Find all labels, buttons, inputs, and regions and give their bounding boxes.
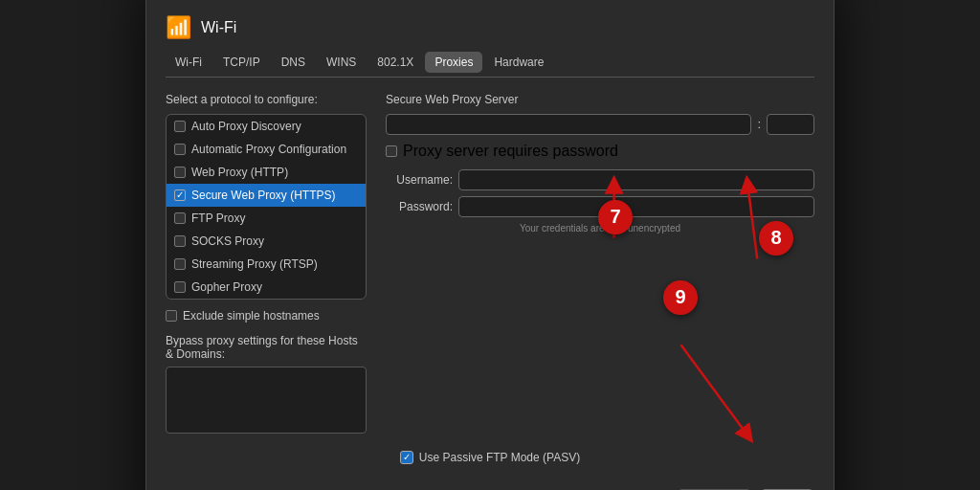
web-proxy-checkbox[interactable] bbox=[174, 167, 186, 178]
protocol-gopher-proxy[interactable]: Gopher Proxy bbox=[167, 276, 366, 299]
gopher-proxy-label: Gopher Proxy bbox=[191, 280, 262, 294]
left-panel: Select a protocol to configure: Auto Pro… bbox=[166, 93, 367, 437]
auto-config-label: Automatic Proxy Configuration bbox=[191, 143, 346, 156]
username-row: Username: bbox=[386, 169, 814, 190]
protocol-web-proxy-http[interactable]: Web Proxy (HTTP) bbox=[167, 161, 366, 184]
auto-config-checkbox[interactable] bbox=[174, 144, 186, 155]
socks-proxy-label: SOCKS Proxy bbox=[191, 234, 264, 248]
tab-wins[interactable]: WINS bbox=[317, 52, 366, 73]
gopher-proxy-checkbox[interactable] bbox=[174, 281, 186, 293]
protocol-secure-web-proxy[interactable]: ✓ Secure Web Proxy (HTTPS) bbox=[167, 184, 366, 207]
passive-ftp-checkmark: ✓ bbox=[403, 452, 411, 462]
footer: ? Cancel OK bbox=[146, 479, 834, 491]
content-area: 📶 Wi-Fi Wi-Fi TCP/IP DNS WINS 802.1X Pro… bbox=[146, 0, 834, 479]
colon-separator: : bbox=[757, 117, 761, 131]
tab-wifi[interactable]: Wi-Fi bbox=[166, 52, 212, 73]
passive-ftp-label: Use Passive FTP Mode (PASV) bbox=[419, 451, 580, 464]
server-host-input[interactable] bbox=[386, 114, 751, 135]
protocol-automatic-proxy-config[interactable]: Automatic Proxy Configuration bbox=[167, 138, 366, 161]
secure-proxy-checkbox[interactable]: ✓ bbox=[174, 189, 186, 201]
protocol-auto-proxy[interactable]: Auto Proxy Discovery bbox=[167, 115, 366, 138]
auto-proxy-checkbox[interactable] bbox=[174, 121, 186, 132]
tab-bar: Wi-Fi TCP/IP DNS WINS 802.1X Proxies Har… bbox=[166, 52, 814, 78]
password-row: Proxy server requires password bbox=[386, 143, 814, 160]
passive-ftp-row: ✓ Use Passive FTP Mode (PASV) bbox=[166, 451, 814, 464]
wifi-header: 📶 Wi-Fi bbox=[166, 15, 814, 40]
web-proxy-label: Web Proxy (HTTP) bbox=[191, 166, 288, 179]
secure-proxy-label: Secure Web Proxy (HTTPS) bbox=[191, 189, 335, 202]
username-input[interactable] bbox=[458, 169, 814, 190]
socks-proxy-checkbox[interactable] bbox=[174, 235, 186, 247]
protocol-ftp-proxy[interactable]: FTP Proxy bbox=[167, 207, 366, 230]
bypass-label: Bypass proxy settings for these Hosts & … bbox=[166, 334, 367, 361]
streaming-proxy-label: Streaming Proxy (RTSP) bbox=[191, 257, 318, 271]
protocol-socks-proxy[interactable]: SOCKS Proxy bbox=[167, 230, 366, 253]
tab-proxies[interactable]: Proxies bbox=[425, 52, 482, 73]
ftp-proxy-label: FTP Proxy bbox=[191, 212, 245, 225]
tab-dns[interactable]: DNS bbox=[272, 52, 315, 73]
exclude-checkbox[interactable] bbox=[166, 310, 177, 322]
password-input[interactable] bbox=[458, 196, 814, 217]
protocol-streaming-proxy[interactable]: Streaming Proxy (RTSP) bbox=[167, 253, 366, 276]
tab-8021x[interactable]: 802.1X bbox=[368, 52, 423, 73]
bypass-section: Bypass proxy settings for these Hosts & … bbox=[166, 334, 367, 437]
wifi-icon: 📶 bbox=[166, 15, 191, 40]
server-input-row: : bbox=[386, 114, 814, 135]
proxy-password-label: Proxy server requires password bbox=[403, 143, 618, 160]
exclude-label: Exclude simple hostnames bbox=[183, 309, 320, 323]
proxy-password-checkbox[interactable] bbox=[386, 145, 397, 157]
streaming-proxy-checkbox[interactable] bbox=[174, 258, 186, 270]
tab-tcpip[interactable]: TCP/IP bbox=[213, 52, 270, 73]
protocol-section-label: Select a protocol to configure: bbox=[166, 93, 367, 106]
username-label: Username: bbox=[386, 173, 453, 187]
right-panel: Secure Web Proxy Server : Proxy server r… bbox=[386, 93, 814, 437]
server-section-label: Secure Web Proxy Server bbox=[386, 93, 814, 106]
wifi-label: Wi-Fi bbox=[201, 19, 236, 36]
password-field-row: Password: bbox=[386, 196, 814, 217]
checkmark-icon: ✓ bbox=[176, 189, 184, 200]
passive-ftp-checkbox[interactable]: ✓ bbox=[400, 451, 413, 464]
main-panel: Select a protocol to configure: Auto Pro… bbox=[166, 93, 814, 437]
server-port-input[interactable] bbox=[767, 114, 814, 135]
exclude-row: Exclude simple hostnames bbox=[166, 309, 367, 323]
protocol-list: Auto Proxy Discovery Automatic Proxy Con… bbox=[166, 114, 367, 300]
tab-hardware[interactable]: Hardware bbox=[484, 52, 553, 73]
password-label: Password: bbox=[386, 200, 453, 213]
auto-proxy-label: Auto Proxy Discovery bbox=[191, 120, 301, 133]
bypass-textarea[interactable] bbox=[166, 367, 367, 434]
ftp-proxy-checkbox[interactable] bbox=[174, 212, 186, 224]
credentials-note: Your credentials are sent unencrypted bbox=[386, 223, 814, 234]
